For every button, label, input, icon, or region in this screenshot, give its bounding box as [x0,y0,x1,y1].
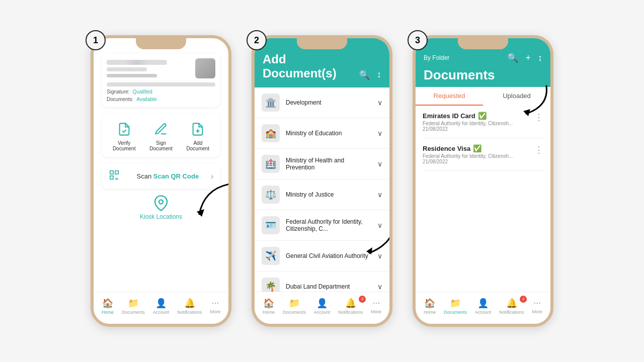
verify-document-button[interactable]: VerifyDocument [113,120,136,151]
aviation-name: General Civil Aviation Authority [286,252,371,259]
svg-point-13 [159,200,163,204]
nav-more[interactable]: ··· More [210,298,220,314]
nav2-documents[interactable]: 📁 Documents [283,298,306,315]
nav-documents[interactable]: 📁 Documents [122,298,145,315]
svg-rect-5 [110,176,113,179]
residence-visa-title: Residence Visa ✅ [423,144,513,152]
phone3-nav: 🏠 Home 📁 Documents 👤 Account 🔔 2 Notific… [416,292,550,324]
nav3-notifications-icon: 🔔 [506,298,517,309]
nav2-documents-icon: 📁 [289,298,300,309]
search-icon-3[interactable]: 🔍 [507,52,518,63]
profile-card: Signature: Qualified Documents: Availabl… [102,53,220,107]
nav2-account-icon: 👤 [316,298,328,309]
education-name: Ministry of Education [286,130,371,137]
scan-icon [109,169,120,183]
kiosk-locations-button[interactable]: Kiosk Locations [140,195,182,220]
phone2-nav: 🏠 Home 📁 Documents 👤 Account 🔔 2 Notific… [255,292,389,324]
aviation-icon: ✈️ [262,247,280,265]
add-document-button[interactable]: AddDocument [187,120,210,151]
phone2-header: Add Document(s) 🔍 ↕ [255,38,389,87]
org-development-item[interactable]: 🏛️ Development ∨ [255,87,389,118]
phone2: Add Document(s) 🔍 ↕ 🏛️ Development ∨ 🏫 M… [252,35,392,327]
nav3-account-icon: 👤 [477,298,489,309]
add-icon-3[interactable]: + [525,53,531,63]
residence-visa-more-button[interactable]: ⋮ [534,144,543,155]
requested-tab[interactable]: Requested [416,87,483,106]
federal-icon: 🪪 [262,216,280,234]
nav2-home-icon: 🏠 [263,298,274,309]
scan-qr-button[interactable]: Scan Scan QR Code › [102,163,220,189]
emirates-id-check-icon: ✅ [478,112,487,120]
nav-home[interactable]: 🏠 Home [102,298,114,315]
residence-visa-check-icon: ✅ [473,144,481,152]
residence-visa-card: Residence Visa ✅ Federal Authority for I… [423,138,543,171]
nav3-notifications[interactable]: 🔔 2 Notifications [499,298,524,315]
health-name: Ministry of Health and Prevention [286,157,371,171]
emirates-id-date: 21/08/2022 [423,126,513,132]
sort-icon[interactable]: ↕ [377,69,381,80]
health-chevron-icon: ∨ [377,160,382,168]
org-health-item[interactable]: 🏥 Ministry of Health and Prevention ∨ [255,149,389,179]
step2-container: 2 Add Document(s) 🔍 ↕ 🏛️ Development ∨ 🏫… [252,35,392,327]
add-icon [189,120,207,138]
org-federal-item[interactable]: 🪪 Federal Authority for Identity, Citize… [255,210,389,241]
step3-container: 3 By Folder 🔍 + ↕ Documents Requested Up… [413,35,553,327]
phone3: By Folder 🔍 + ↕ Documents Requested Uplo… [413,35,553,327]
dubai-land-name: Dubai Land Department [286,283,371,290]
signature-line: Signature: Qualified [107,89,215,95]
nav2-more-icon: ··· [372,298,380,308]
development-icon: 🏛️ [262,94,280,112]
nav3-notification-badge: 2 [520,296,527,303]
documents-value: Available [136,97,156,102]
nav3-account[interactable]: 👤 Account [475,298,492,315]
svg-rect-4 [115,171,118,174]
phone1: Signature: Qualified Documents: Availabl… [91,35,231,327]
justice-icon: ⚖️ [262,186,280,204]
residence-visa-date: 21/08/2022 [423,159,513,164]
step2-number: 2 [247,30,267,50]
nav-account[interactable]: 👤 Account [153,298,170,315]
emirates-id-issuer: Federal Authority for Identity, Citizens… [423,121,513,126]
nav3-documents[interactable]: 📁 Documents [444,298,467,315]
federal-name: Federal Authority for Identity, Citizens… [286,218,371,232]
org-justice-item[interactable]: ⚖️ Ministry of Justice ∨ [255,179,389,210]
nav3-more-icon: ··· [533,298,541,308]
nav3-home[interactable]: 🏠 Home [424,298,436,315]
nav2-account[interactable]: 👤 Account [314,298,331,315]
phone3-header: By Folder 🔍 + ↕ Documents [416,38,550,87]
nav-notifications[interactable]: 🔔 Notifications [177,298,202,315]
nav2-notifications-icon: 🔔 [345,298,356,309]
nav2-notifications[interactable]: 🔔 2 Notifications [338,298,363,315]
by-folder-selector[interactable]: By Folder [424,54,449,61]
more-icon: ··· [211,298,219,308]
nav2-home[interactable]: 🏠 Home [263,298,275,315]
add-documents-title: Add Document(s) [263,52,359,80]
kiosk-label: Kiosk Locations [140,213,182,220]
sort-icon-3[interactable]: ↕ [538,53,542,63]
nav3-home-icon: 🏠 [424,298,435,309]
svg-marker-15 [523,109,530,116]
scan-chevron-icon: › [211,172,213,181]
education-icon: 🏫 [262,124,280,142]
verify-icon [115,120,133,138]
header-icons: 🔍 ↕ [359,69,381,80]
svg-rect-3 [110,171,113,174]
step3-number: 3 [408,30,428,50]
org-education-item[interactable]: 🏫 Ministry of Education ∨ [255,118,389,149]
sign-icon [152,120,170,138]
signature-value: Qualified [132,89,152,95]
nav3-documents-icon: 📁 [450,298,461,309]
notifications-icon: 🔔 [184,298,195,309]
development-name: Development [286,99,371,106]
scan-label: Scan Scan QR Code [137,172,199,180]
sign-document-button[interactable]: SignDocument [149,120,173,151]
nav3-more[interactable]: ··· More [532,298,542,314]
dubai-land-chevron-icon: ∨ [377,283,382,291]
nav2-more[interactable]: ··· More [371,298,381,314]
phone1-nav: 🏠 Home 📁 Documents 👤 Account 🔔 Notificat… [94,292,228,324]
search-icon[interactable]: 🔍 [359,69,370,80]
justice-name: Ministry of Justice [286,191,371,198]
home-icon: 🏠 [102,298,113,309]
notification-badge: 2 [359,296,366,303]
account-icon: 👤 [155,298,167,309]
